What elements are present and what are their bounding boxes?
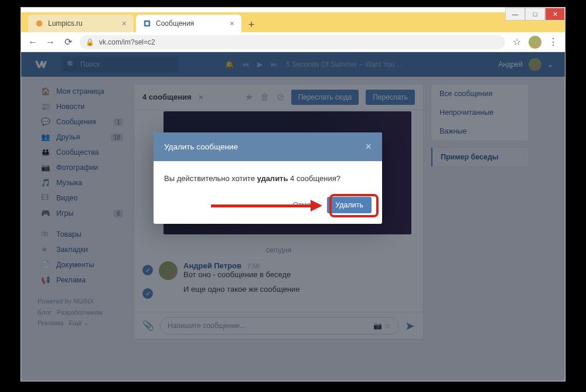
browser-tab[interactable]: Lumpics.ru × — [28, 15, 134, 32]
window-controls: — □ ✕ — [505, 8, 565, 21]
site-icon — [143, 19, 151, 28]
reload-button[interactable]: ⟳ — [62, 36, 74, 47]
tab-title: Lumpics.ru — [48, 19, 83, 28]
new-tab-button[interactable]: + — [244, 17, 259, 32]
modal-body: Вы действительно хотите удалить 4 сообще… — [154, 161, 382, 191]
tabs-bar: Lumpics.ru × Сообщения × + — [21, 12, 565, 32]
lock-icon: 🔒 — [86, 38, 94, 46]
close-icon[interactable]: × — [230, 19, 234, 28]
modal-header: Удалить сообщение × — [154, 132, 382, 161]
address-bar: ← → ⟳ 🔒 vk.com/im?sel=c2 ☆ ⋮ — [21, 32, 565, 52]
modal-title: Удалить сообщение — [164, 142, 238, 151]
close-icon[interactable]: × — [365, 141, 372, 153]
close-button[interactable]: ✕ — [545, 8, 565, 21]
forward-button[interactable]: → — [45, 37, 56, 47]
back-button[interactable]: ← — [27, 37, 39, 47]
tab-title: Сообщения — [156, 19, 194, 28]
maximize-button[interactable]: □ — [525, 8, 545, 21]
site-icon — [35, 19, 43, 28]
browser-tab[interactable]: Сообщения × — [136, 15, 241, 32]
minimize-button[interactable]: — — [505, 8, 525, 21]
star-icon[interactable]: ☆ — [511, 36, 523, 47]
svg-point-0 — [36, 21, 43, 27]
close-icon[interactable]: × — [122, 19, 127, 28]
profile-avatar[interactable] — [529, 36, 541, 49]
menu-icon[interactable]: ⋮ — [547, 36, 559, 47]
url-field[interactable]: 🔒 vk.com/im?sel=c2 — [80, 35, 505, 49]
svg-rect-2 — [145, 22, 148, 25]
annotation-highlight — [329, 194, 379, 217]
annotation-arrow — [211, 202, 322, 210]
url-text: vk.com/im?sel=c2 — [99, 38, 155, 46]
